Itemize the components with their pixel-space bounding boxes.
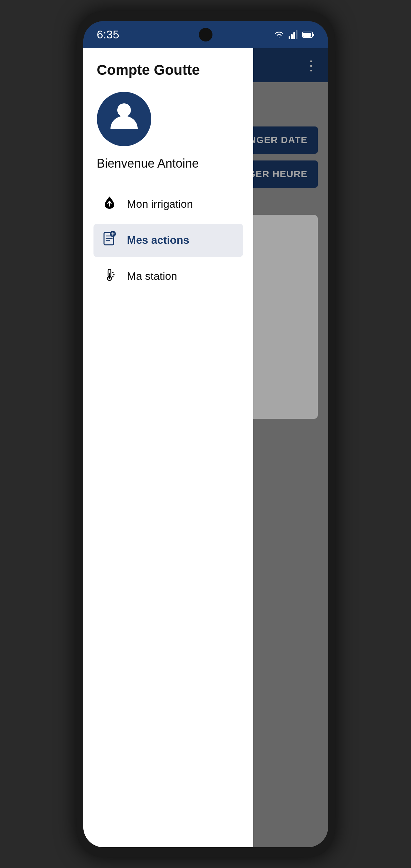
svg-rect-2 xyxy=(293,32,295,39)
svg-rect-17 xyxy=(109,273,110,279)
menu-item-mon-irrigation[interactable]: Mon irrigation xyxy=(93,188,243,221)
phone-frame: 6:35 xyxy=(76,11,335,857)
svg-point-20 xyxy=(112,276,114,277)
svg-rect-3 xyxy=(296,30,297,39)
wifi-icon xyxy=(274,31,285,38)
camera-notch xyxy=(199,28,212,41)
menu-item-ma-station[interactable]: Ma station xyxy=(93,260,243,293)
svg-rect-5 xyxy=(303,33,311,37)
menu-item-mon-irrigation-label: Mon irrigation xyxy=(127,198,193,210)
menu-item-ma-station-label: Ma station xyxy=(127,270,177,283)
drawer-title: Compte Goutte xyxy=(97,62,243,78)
irrigation-icon xyxy=(100,195,119,214)
svg-point-18 xyxy=(112,272,114,273)
svg-rect-0 xyxy=(289,36,290,39)
menu-item-mes-actions-label: Mes actions xyxy=(127,234,189,246)
svg-point-19 xyxy=(113,274,115,275)
svg-point-7 xyxy=(117,103,131,117)
avatar-icon xyxy=(107,98,141,139)
phone-screen: 6:35 xyxy=(83,21,328,847)
battery-icon xyxy=(302,31,314,38)
svg-rect-6 xyxy=(313,34,314,36)
drawer-overlay[interactable] xyxy=(253,48,328,847)
menu-item-mes-actions[interactable]: Mes actions xyxy=(93,224,243,257)
welcome-text: Bienvenue Antoine xyxy=(97,156,243,171)
actions-icon xyxy=(100,231,119,250)
drawer: Compte Goutte Bienvenue Antoine xyxy=(83,48,253,847)
status-icons xyxy=(274,30,314,39)
station-icon xyxy=(100,267,119,286)
signal-icon xyxy=(289,30,298,39)
status-time: 6:35 xyxy=(97,28,119,41)
avatar xyxy=(97,92,151,146)
svg-rect-1 xyxy=(291,34,293,39)
